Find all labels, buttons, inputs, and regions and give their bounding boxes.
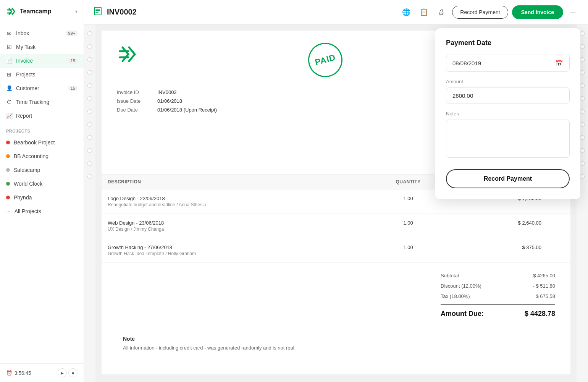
circle-dot: [87, 31, 92, 36]
clock-icon: ⏰: [6, 370, 12, 376]
issue-date-label: Issue Date: [117, 98, 151, 104]
due-date-label: Due Date: [117, 107, 151, 113]
notes-label: Notes: [446, 111, 570, 117]
sidebar-item-label: Inbox: [16, 30, 29, 36]
footer-controls: ▶ ■: [58, 368, 78, 377]
amount-input[interactable]: [446, 87, 570, 104]
due-date-value: 01/06/2018 (Upon Receipt): [157, 107, 217, 113]
file-icon[interactable]: 📋: [417, 5, 431, 19]
print-icon[interactable]: 🖨: [435, 5, 448, 19]
discount-label: Discount (12.00%): [441, 283, 481, 289]
app-logo[interactable]: Teamcamp: [6, 6, 51, 17]
sidebar-item-report[interactable]: 📈 Report: [0, 109, 84, 123]
customer-badge: 15: [68, 86, 78, 91]
record-payment-button[interactable]: Record Payment: [452, 6, 508, 19]
invoice-topbar-icon: [93, 6, 102, 18]
footer-play-button[interactable]: ▶: [58, 368, 67, 377]
issue-date-row: Issue Date 01/06/2018: [117, 98, 217, 104]
topbar-left: INV0002: [93, 6, 137, 18]
send-invoice-button[interactable]: Send Invoice: [512, 5, 563, 19]
payment-date-group: 08/08/2019 📅: [446, 55, 570, 72]
sidebar-item-world-clock[interactable]: World Clock: [0, 177, 84, 191]
page-title: INV0002: [107, 8, 137, 16]
paid-circle: PAID: [304, 39, 346, 81]
table-row: Web Design - 23/06/2018 UX Design / Jimm…: [102, 214, 570, 238]
amount-due-label: Amount Due:: [441, 310, 484, 318]
inbox-badge: 99+: [66, 31, 78, 36]
projects-section-title: Projects: [0, 123, 84, 136]
issue-date-value: 01/06/2018: [157, 98, 182, 104]
sidebar-item-label: Phynda: [14, 194, 32, 201]
content-area: PAID INVOICE Invoice ID INV0002 Issue Da…: [84, 24, 588, 382]
circle-dot: [580, 57, 585, 62]
world-clock-dot: [6, 182, 10, 186]
main-area: INV0002 🌐 📋 🖨 Record Payment Send Invoic…: [84, 0, 588, 382]
sidebar-item-label: Bearbook Project: [14, 139, 55, 146]
table-row: Growth Hacking - 27/06/2018 Growth Hack …: [102, 238, 570, 262]
circle-dot: [87, 70, 92, 75]
app-name: Teamcamp: [20, 8, 51, 15]
salescamp-dot: [6, 168, 10, 172]
amount-due-value: $ 4428.78: [525, 310, 555, 318]
payment-amount-group: Amount: [446, 79, 570, 104]
discount-row: Discount (12.00%) - $ 511.80: [441, 281, 555, 291]
sidebar-item-time-tracking[interactable]: ⏱ Time Tracking: [0, 95, 84, 109]
sidebar-item-phynda[interactable]: Phynda: [0, 191, 84, 204]
tax-label: Tax (18.00%): [441, 293, 470, 299]
invoice-id-label: Invoice ID: [117, 89, 151, 95]
paid-text: PAID: [314, 52, 337, 67]
footer-clock: 3:56:45: [15, 370, 31, 376]
sidebar-item-customer[interactable]: 👤 Customer 15: [0, 81, 84, 95]
circle-dot: [87, 174, 92, 179]
footer-stop-button[interactable]: ■: [68, 368, 78, 377]
topbar-right: 🌐 📋 🖨 Record Payment Send Invoice ···: [399, 5, 579, 19]
circle-dot: [580, 44, 585, 49]
note-text: All information - including credit card …: [123, 345, 549, 351]
report-icon: 📈: [6, 113, 12, 119]
sidebar-item-bb-accounting[interactable]: BB Accounting: [0, 149, 84, 163]
amount-due-row: Amount Due: $ 4428.78: [441, 304, 555, 320]
sidebar-item-label: Report: [16, 113, 32, 119]
sidebar-item-bearbook[interactable]: Bearbook Project: [0, 136, 84, 149]
sidebar-item-inbox[interactable]: ✉ Inbox 99+: [0, 26, 84, 40]
sidebar-item-invoice[interactable]: 📄 Invoice 15: [0, 54, 84, 68]
invoice-table-body: Logo Design - 22/06/2018 Renegotiate bud…: [102, 189, 570, 262]
sidebar-item-label: World Clock: [14, 181, 42, 187]
all-projects-dots-icon: ···: [6, 208, 11, 214]
sidebar-item-projects[interactable]: ⊞ Projects: [0, 68, 84, 81]
sidebar-item-salescamp[interactable]: Salescamp: [0, 163, 84, 177]
sidebar-item-label: All Projects: [15, 208, 41, 214]
inbox-icon: ✉: [6, 30, 12, 36]
circle-dot: [580, 148, 585, 153]
bearbook-dot: [6, 141, 10, 144]
payment-date-value: 08/08/2019: [452, 60, 481, 66]
note-section: Note All information - including credit …: [108, 328, 564, 363]
sidebar-chevron-icon[interactable]: ▾: [75, 9, 78, 14]
line-description: Web Design - 23/06/2018 UX Design / Jimm…: [102, 214, 364, 238]
calendar-icon[interactable]: 📅: [556, 60, 563, 67]
invoice-badge: 15: [68, 58, 78, 63]
line-quantity: 1.00: [364, 214, 452, 238]
company-logo-icon: [117, 43, 140, 66]
circle-dot: [87, 122, 92, 127]
sidebar-item-my-task[interactable]: ☑ My Task: [0, 40, 84, 54]
sidebar-item-label: My Task: [16, 44, 36, 50]
payment-date-input[interactable]: 08/08/2019 📅: [446, 55, 570, 72]
sidebar-header: Teamcamp ▾: [0, 0, 84, 23]
col-description: DESCRIPTION: [102, 174, 364, 189]
record-payment-submit-button[interactable]: Record Payment: [446, 169, 570, 188]
paid-stamp: PAID: [308, 43, 342, 77]
circle-dot: [87, 148, 92, 153]
sidebar-item-label: Customer: [16, 85, 39, 91]
circle-dot: [580, 109, 585, 114]
globe-icon[interactable]: 🌐: [399, 5, 413, 19]
more-options-icon[interactable]: ···: [567, 6, 579, 18]
circle-dot: [87, 44, 92, 49]
subtotal-label: Subtotal: [441, 273, 459, 278]
invoice-icon: 📄: [6, 58, 12, 64]
totals-section: Subtotal $ 4265.00 Discount (12.00%) - $…: [102, 263, 570, 328]
projects-icon: ⊞: [6, 71, 12, 78]
notes-textarea[interactable]: [446, 120, 570, 158]
sidebar-item-all-projects[interactable]: ··· All Projects: [0, 204, 84, 218]
line-unit-price: $ 375.00: [452, 238, 548, 262]
